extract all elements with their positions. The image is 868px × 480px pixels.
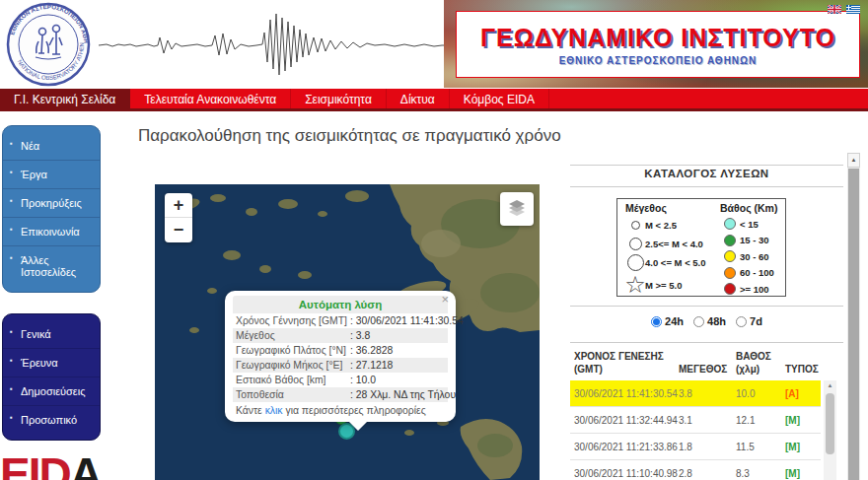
depth-color-icon <box>720 235 740 246</box>
depth-legend-item: 60 - 100 <box>720 265 785 282</box>
panel-scrollbar[interactable]: ▲ <box>847 153 860 480</box>
sidebar-item[interactable]: ▪ Έρευνα <box>3 349 100 377</box>
panel-title: ΚΑΤΑΛΟΓΟΣ ΛΥΣΕΩΝ <box>570 168 843 179</box>
popup-row-label: Τοποθεσία <box>236 389 350 400</box>
sidebar-item[interactable]: ▪ Δημοσιεύσεις <box>3 377 100 406</box>
close-icon[interactable]: × <box>441 293 449 306</box>
sidebar-item[interactable]: ▪ Προκηρύξεις <box>3 189 100 218</box>
eida-logo-letter: A <box>70 448 101 480</box>
popup-row-value: : 28 Χλμ. ΝΔ της Τήλου <box>350 389 456 400</box>
bullet-icon: ▪ <box>10 253 13 262</box>
scroll-up-icon[interactable]: ▲ <box>847 153 860 168</box>
cell-magnitude: 2.8 <box>679 468 692 479</box>
header: ΕΘΝΙΚΟΝ ΑΣΤΕΡΟΣΚΟΠΕΙΟΝ ΑΘΗΝΩΝ NATIONAL O… <box>0 0 868 89</box>
table-scrollbar[interactable]: ▲ <box>824 380 836 480</box>
col-header-magnitude: ΜΕΓΕΘΟΣ <box>679 364 727 377</box>
divider <box>570 186 843 187</box>
sidebar-item[interactable]: ▪ Νέα <box>3 132 100 161</box>
nav-item[interactable]: Γ.Ι. Κεντρική Σελίδα <box>0 89 130 108</box>
nav-item[interactable]: Δίκτυα <box>387 89 450 108</box>
map-legend: Μέγεθος M < 2.5 2.5<= M < 4.0 <box>616 198 786 297</box>
sidebar-group-info: ▪ Νέα ▪ Έργα ▪ Προκηρύξεις ▪ Επικοινωνία… <box>2 125 101 293</box>
popup-row-label: Χρόνος Γέννησης [GMT] <box>236 315 350 326</box>
sidebar-item[interactable]: ▪ Επικοινωνία <box>3 218 100 246</box>
more-info-link[interactable]: κλικ <box>265 405 283 416</box>
popup-row: Εστιακό Βάθος [km] : 10.0 <box>233 373 448 387</box>
sidebar-item[interactable]: ▪ Έργα <box>3 161 100 189</box>
institute-title: ΓΕΩΔΥΝΑΜΙΚΟ ΙΝΣΤΙΤΟΥΤΟ <box>480 24 835 52</box>
depth-legend-item: >= 100 <box>720 281 785 298</box>
popup-row-label: Μέγεθος <box>236 330 350 341</box>
greece-flag-icon[interactable] <box>846 5 860 14</box>
magnitude-legend-title: Μέγεθος <box>625 202 712 214</box>
magnitude-symbol-icon <box>625 238 645 250</box>
zoom-in-button[interactable]: + <box>165 193 192 218</box>
page-title: Παρακολούθηση της σεισμικότητας σε πραγμ… <box>138 126 561 146</box>
cell-time: 30/06/2021 11:10:40.98 <box>574 468 678 479</box>
table-scrollbar-thumb[interactable] <box>826 393 834 454</box>
institute-subtitle: ΕΘΝΙΚΟ ΑΣΤΕΡΟΣΚΟΠΕΙΟ ΑΘΗΝΩΝ <box>559 55 758 66</box>
cell-depth: 10.0 <box>736 388 755 399</box>
radio-icon <box>736 316 747 327</box>
popup-row-label: Γεωγραφικό Πλάτος [°N] <box>236 345 350 356</box>
layers-button[interactable] <box>500 192 534 226</box>
seismogram-trace <box>99 8 446 81</box>
time-filter-radio[interactable]: 7d <box>736 315 762 327</box>
divider <box>570 342 843 343</box>
time-filter-radio[interactable]: 48h <box>693 315 726 327</box>
divider <box>570 165 843 166</box>
table-row[interactable]: 30/06/2021 11:10:40.98 2.8 8.3 [M] <box>570 460 821 480</box>
nav-item[interactable]: Κόμβος EIDA <box>450 89 549 108</box>
layers-icon <box>506 198 528 220</box>
zoom-out-button[interactable]: − <box>165 218 192 242</box>
depth-legend-item: < 15 <box>720 216 785 233</box>
eida-logo-letter: E <box>0 448 29 480</box>
depth-color-icon <box>720 218 740 230</box>
radio-icon <box>651 316 662 327</box>
sidebar-item[interactable]: ▪ Προσωπικό <box>3 406 100 434</box>
sidebar-item[interactable]: ▪ Άλλες Ιστοσελίδες <box>3 246 100 286</box>
earthquake-table: 30/06/2021 11:41:30.54 3.8 10.0 [A] 30/0… <box>570 380 821 480</box>
cell-time: 30/06/2021 11:21:33.86 <box>574 442 678 452</box>
earthquake-popup: × Αυτόματη λύση Χρόνος Γέννησης [GMT] : … <box>225 291 456 422</box>
popup-row: Τοποθεσία : 28 Χλμ. ΝΔ της Τήλου <box>233 387 448 402</box>
table-row[interactable]: 30/06/2021 11:32:44.94 3.1 12.1 [M] <box>570 407 821 434</box>
eida-logo-letter: D <box>38 448 69 480</box>
bullet-icon: ▪ <box>10 139 13 148</box>
nav-item[interactable]: Τελευταία Ανακοινωθέντα <box>130 89 291 108</box>
sidebar-item[interactable]: ▪ Γενικά <box>3 320 100 349</box>
col-header-time: ΧΡΟΝΟΣ ΓΕΝΕΣΗΣ(GMT) <box>574 351 664 376</box>
magnitude-legend-item: 2.5<= M < 4.0 <box>625 235 712 253</box>
bullet-icon: ▪ <box>10 356 13 365</box>
popup-rows: Χρόνος Γέννησης [GMT] : 30/06/2021 11:41… <box>233 313 448 402</box>
eida-logo[interactable]: EIDA <box>0 451 118 480</box>
depth-legend: Βάθος (Km) < 15 15 - 30 <box>712 199 785 296</box>
bullet-icon: ▪ <box>10 168 13 176</box>
depth-legend-title: Βάθος (Km) <box>720 202 785 214</box>
depth-legend-item: 15 - 30 <box>720 233 785 249</box>
seismicity-map[interactable]: + − × Αυτόματη λύση Χρόνος Γέννησης [GMT… <box>155 184 540 480</box>
magnitude-legend-item: 4.0 <= M < 5.0 <box>625 253 712 272</box>
depth-color-icon <box>720 267 740 279</box>
nav-item[interactable]: Σεισμικότητα <box>291 89 387 108</box>
table-row[interactable]: 30/06/2021 11:21:33.86 1.8 11.5 [M] <box>570 434 821 460</box>
scroll-up-icon[interactable]: ▲ <box>824 380 836 391</box>
panel-scrollbar-thumb[interactable] <box>848 169 859 480</box>
popup-row: Γεωγραφικό Πλάτος [°N] : 36.2828 <box>233 343 448 358</box>
uk-flag-icon[interactable] <box>828 5 841 14</box>
magnitude-legend: Μέγεθος M < 2.5 2.5<= M < 4.0 <box>617 199 712 296</box>
magnitude-symbol-icon: ☆ <box>625 273 645 297</box>
popup-row: Γεωγραφικό Μήκος [°E] : 27.1218 <box>233 358 448 373</box>
table-header: ΧΡΟΝΟΣ ΓΕΝΕΣΗΣ(GMT) ΜΕΓΕΘΟΣ ΒΑΘΟΣ(χλμ) Τ… <box>570 348 821 377</box>
time-filter-radio[interactable]: 24h <box>651 315 684 327</box>
cell-depth: 12.1 <box>736 415 755 426</box>
bullet-icon: ▪ <box>10 384 13 393</box>
cell-magnitude: 3.8 <box>679 388 692 399</box>
popup-row-label: Εστιακό Βάθος [km] <box>236 375 350 385</box>
observatory-seal-logo[interactable]: ΕΘΝΙΚΟΝ ΑΣΤΕΡΟΣΚΟΠΕΙΟΝ ΑΘΗΝΩΝ NATIONAL O… <box>6 2 91 87</box>
table-row[interactable]: 30/06/2021 11:41:30.54 3.8 10.0 [A] <box>570 380 821 407</box>
popup-row: Χρόνος Γέννησης [GMT] : 30/06/2021 11:41… <box>233 313 448 328</box>
popup-title: Αυτόματη λύση <box>233 296 448 313</box>
institute-title-box: ΓΕΩΔΥΝΑΜΙΚΟ ΙΝΣΤΙΤΟΥΤΟ ΕΘΝΙΚΟ ΑΣΤΕΡΟΣΚΟΠ… <box>456 11 860 78</box>
solutions-panel: ΚΑΤΑΛΟΓΟΣ ΛΥΣΕΩΝ Μέγεθος M < 2.5 2.5< <box>570 153 843 480</box>
